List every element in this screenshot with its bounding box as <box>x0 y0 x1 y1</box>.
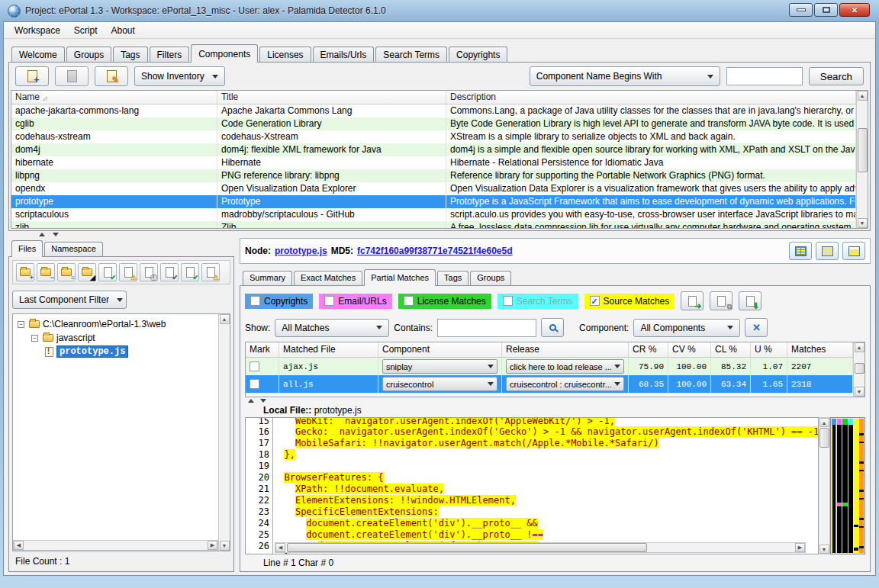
tree-expander-icon[interactable]: − <box>31 335 38 342</box>
splitter-down-icon[interactable] <box>260 399 266 403</box>
column-header-mark[interactable]: Mark <box>246 342 279 357</box>
column-header-matches[interactable]: Matches <box>787 342 853 357</box>
delete-component-button[interactable] <box>55 66 89 86</box>
column-header-release[interactable]: Release <box>502 342 629 357</box>
expand-all-button[interactable]: + <box>16 263 34 281</box>
show-inventory-dropdown[interactable]: Show Inventory <box>134 66 225 86</box>
tab-tags[interactable]: Tags <box>437 271 468 285</box>
tab-groups[interactable]: Groups <box>470 271 511 285</box>
filter-chip-email-urls[interactable]: Email/URLs <box>319 294 391 309</box>
tab-summary[interactable]: Summary <box>243 271 292 285</box>
checkbox-unchecked[interactable] <box>250 296 260 306</box>
filter-chip-license-matches[interactable]: License Matches <box>398 294 491 309</box>
filter-chip-copyrights[interactable]: Copyrights <box>245 294 313 309</box>
column-header-name[interactable]: Name◿ <box>11 91 217 104</box>
tab-welcome[interactable]: Welcome <box>11 47 65 62</box>
splitter-up-icon[interactable] <box>39 233 45 236</box>
view-split-button[interactable] <box>816 242 839 260</box>
table-row[interactable]: prototypePrototypePrototype is a JavaScr… <box>11 195 856 208</box>
scroll-right-icon[interactable]: ▶ <box>795 543 805 552</box>
column-header-cl[interactable]: CL % <box>711 342 751 357</box>
scroll-down-icon[interactable]: ▼ <box>819 545 829 554</box>
scrollbar-thumb[interactable] <box>287 543 647 552</box>
tree-expander-icon[interactable]: − <box>18 321 24 328</box>
flat-view-button[interactable]: ◢ <box>78 263 96 281</box>
components-table-header[interactable]: Name◿TitleDescription <box>11 91 868 104</box>
table-row[interactable]: cglibCode Generation LibraryByte Code Ge… <box>11 117 856 130</box>
table-row[interactable]: codehaus-xstreamcodehaus-XstreamXStream … <box>11 130 856 143</box>
contains-input[interactable] <box>437 319 536 337</box>
flag-file-button[interactable]: ⚠ <box>201 263 220 281</box>
component-filter-dropdown[interactable]: Last Component Filter <box>12 291 127 309</box>
release-dropdown[interactable]: cruisecontrol : cruisecontr... <box>506 377 624 391</box>
vertical-splitter[interactable] <box>234 238 240 572</box>
splitter-down-icon[interactable] <box>53 233 59 236</box>
scroll-right-icon[interactable]: ▶ <box>208 541 217 550</box>
table-row[interactable]: scriptaculousmadrobby/scriptaculous - Gi… <box>11 208 856 221</box>
file-tree-scrollbar[interactable]: ▲ ▼ <box>218 314 230 551</box>
tab-tags[interactable]: Tags <box>113 47 147 62</box>
matches-table-scrollbar[interactable]: ▲ ▼ <box>853 342 865 397</box>
scroll-down-icon[interactable]: ▼ <box>858 218 868 228</box>
scroll-up-icon[interactable]: ▲ <box>858 91 868 101</box>
view-grid-button[interactable] <box>789 242 812 260</box>
code-hscrollbar[interactable]: ◀ ▶ <box>275 542 806 553</box>
tab-files[interactable]: Files <box>11 240 43 257</box>
column-header-component[interactable]: Component <box>378 342 502 357</box>
checkbox-unchecked[interactable] <box>324 296 334 306</box>
md5-link[interactable]: fc742f160a99f38771e74521f4e60e5d <box>357 246 513 256</box>
menu-script[interactable]: Script <box>68 24 104 37</box>
minimize-button[interactable] <box>789 3 813 17</box>
column-header-matched-file[interactable]: Matched File <box>279 342 378 357</box>
table-row[interactable]: opendxOpen Visualization Data ExplorerOp… <box>11 182 856 195</box>
scroll-down-icon[interactable]: ▼ <box>855 387 865 397</box>
file-tree-hscrollbar[interactable]: ◀ ▶ <box>13 540 218 551</box>
table-row[interactable]: dom4jdom4j: flexible XML framework for J… <box>11 143 856 156</box>
table-row[interactable]: zlibZlibA free, lossless data compressio… <box>11 221 856 228</box>
tab-licenses[interactable]: Licenses <box>259 47 311 62</box>
column-header-cv[interactable]: CV % <box>668 342 711 357</box>
components-table-scrollbar[interactable]: ▲ ▼ <box>856 91 868 228</box>
filter-chip-search-terms[interactable]: Search Terms <box>497 294 578 309</box>
column-header-title[interactable]: Title <box>217 91 446 104</box>
horizontal-splitter[interactable] <box>8 231 871 238</box>
approve-file-button[interactable]: ✔ <box>181 263 199 281</box>
menu-about[interactable]: About <box>105 24 141 37</box>
component-dropdown[interactable]: All Components <box>633 319 740 337</box>
scroll-up-icon[interactable]: ▲ <box>220 314 230 324</box>
scroll-left-icon[interactable]: ◀ <box>14 541 24 550</box>
clear-filter-button[interactable]: ✕ <box>745 318 768 337</box>
tab-exact-matches[interactable]: Exact Matches <box>294 271 362 285</box>
tab-search-terms[interactable]: Search Terms <box>375 47 447 62</box>
code-vscrollbar[interactable]: ▲ ▼ <box>819 417 830 554</box>
code-content[interactable]: WebKit: navigator.userAgent.indexOf('App… <box>273 418 818 554</box>
tree-view-button[interactable]: ≡ <box>57 263 76 281</box>
menu-workspace[interactable]: Workspace <box>8 24 66 37</box>
titlebar[interactable]: Project: ePortal 1.3 - Workspace: ePorta… <box>3 0 876 21</box>
tree-item-prototype-js[interactable]: prototype.js <box>14 345 217 358</box>
checkbox-unchecked[interactable] <box>503 296 513 306</box>
close-button[interactable]: ✕ <box>839 3 870 17</box>
matches-table-header[interactable]: MarkMatched FileComponentReleaseCR %CV %… <box>246 342 853 358</box>
tree-item-c-cleanroom-eportal-1-3-web[interactable]: −C:\Cleanroom\ePortal-1.3\web <box>14 317 217 331</box>
scroll-left-icon[interactable]: ◀ <box>275 543 285 552</box>
add-component-button[interactable]: + <box>15 66 49 86</box>
collapse-all-button[interactable]: − <box>37 263 55 281</box>
search-mode-dropdown[interactable]: Component Name Begins With <box>530 66 720 86</box>
scroll-down-icon[interactable]: ▼ <box>220 541 230 551</box>
mark-pending-button[interactable]: ⚠ <box>119 263 137 281</box>
column-header-description[interactable]: Description <box>446 91 856 104</box>
component-dropdown[interactable]: sniplay <box>382 359 497 374</box>
scrollbar-thumb[interactable] <box>819 428 829 448</box>
tab-partial-matches[interactable]: Partial Matches <box>364 269 436 286</box>
column-header-cr[interactable]: CR % <box>629 342 668 357</box>
splitter-up-icon[interactable] <box>248 399 254 403</box>
scrollbar-thumb[interactable] <box>858 128 868 172</box>
copy-matches-button[interactable]: ⧉ <box>710 291 732 310</box>
tab-components[interactable]: Components <box>191 44 258 63</box>
tab-emails-urls[interactable]: Emails/Urls <box>313 47 375 62</box>
column-header-u[interactable]: U % <box>751 342 787 357</box>
checkbox-unchecked[interactable] <box>404 296 414 306</box>
maximize-button[interactable] <box>814 3 838 17</box>
scroll-up-icon[interactable]: ▲ <box>819 418 829 427</box>
